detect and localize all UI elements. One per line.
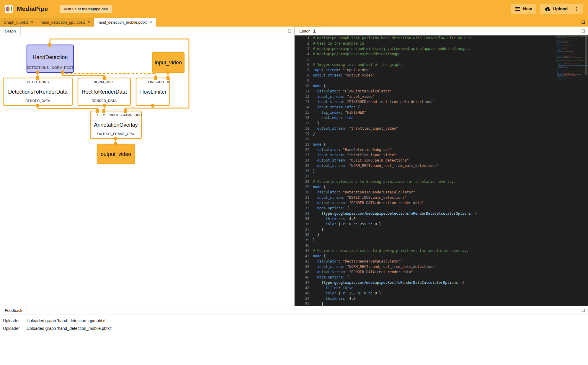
- graph-node-hand-detection[interactable]: HandDetectionDETECTIONSNORM_RECT: [27, 43, 74, 74]
- port-square[interactable]: [114, 142, 117, 146]
- code-line[interactable]: 10node {: [295, 83, 555, 89]
- code-line[interactable]: 37 }: [295, 227, 555, 232]
- graph-node-annotation-overlay[interactable]: AnnotationOverlay12INPUT_FRAME_GPUOUTPUT…: [90, 109, 142, 140]
- code-line[interactable]: 50 thickness: 4.0: [295, 296, 555, 301]
- minimap[interactable]: # MediaPipe graph that performs hand det…: [555, 35, 588, 306]
- code-line[interactable]: 24 output_stream: "DETECTIONS:palm_detec…: [295, 158, 555, 163]
- port-square[interactable]: [36, 104, 39, 107]
- port-square[interactable]: [114, 137, 117, 140]
- upload-menu-icon[interactable]: ⋮: [571, 6, 579, 12]
- port-square[interactable]: [61, 71, 64, 74]
- graph-node-detections-to-render-data[interactable]: DetectionsToRenderDataDETECTIONSRENDER_D…: [3, 76, 72, 107]
- port-square[interactable]: [48, 43, 51, 47]
- code-editor[interactable]: 1# MediaPipe graph that performs hand de…: [295, 35, 588, 306]
- code-line[interactable]: 46 node_options: {: [295, 275, 555, 280]
- code-line[interactable]: 11 calculator: "FlowLimiterCalculator": [295, 89, 555, 94]
- code-line[interactable]: 4# mediapipe/examples/ios/handdetectiong…: [295, 51, 555, 57]
- code-line[interactable]: 28# Converts detections to drawing primi…: [295, 179, 555, 184]
- graph-node-output-video[interactable]: output_video: [97, 142, 135, 164]
- code-line[interactable]: 1# MediaPipe graph that performs hand de…: [295, 35, 555, 41]
- code-line[interactable]: 17 }: [295, 120, 555, 126]
- port-square[interactable]: [36, 76, 39, 80]
- code-line[interactable]: 16 back_edge: true: [295, 115, 555, 120]
- code-line[interactable]: 48 filled: false: [295, 285, 555, 291]
- port-square[interactable]: [154, 76, 157, 80]
- code-line[interactable]: 6# Images coming into and out of the gra…: [295, 62, 555, 67]
- code-line[interactable]: 51 }: [295, 301, 555, 306]
- code-line[interactable]: 41# Converts normalized rects to drawing…: [295, 248, 555, 253]
- code-line[interactable]: 15 tag_index: "FINISHED": [295, 110, 555, 115]
- code-line[interactable]: 13 input_stream: "FINISHED:hand_rect_fro…: [295, 99, 555, 105]
- code-line[interactable]: 5: [295, 57, 555, 62]
- code-line[interactable]: 20: [295, 136, 555, 142]
- close-tab-icon[interactable]: ×: [31, 20, 33, 25]
- expand-graph-icon[interactable]: [288, 29, 291, 33]
- code-line[interactable]: 36 color { r: 0 g: 255 b: 0 }: [295, 221, 555, 227]
- port-label: 2: [103, 113, 105, 117]
- code-line[interactable]: 33 node_options: {: [295, 206, 555, 211]
- code-line[interactable]: 8output_stream: "output_video": [295, 73, 555, 78]
- code-line[interactable]: 31 input_stream: "DETECTIONS:palm_detect…: [295, 195, 555, 200]
- code-line[interactable]: 18 output_stream: "throttled_input_video…: [295, 126, 555, 131]
- code-line[interactable]: 3# mediapipe/examples/android/src/java/c…: [295, 46, 555, 51]
- code-line[interactable]: 26}: [295, 168, 555, 174]
- editor-tab[interactable]: Editor: [295, 27, 321, 35]
- line-number: 21: [295, 142, 309, 147]
- code-line[interactable]: 39}: [295, 237, 555, 243]
- port-square[interactable]: [103, 76, 106, 80]
- port-square[interactable]: [151, 104, 154, 107]
- tab-hand_detection_gpu.pbtxt[interactable]: hand_detection_gpu.pbtxt×: [37, 18, 94, 27]
- port-square[interactable]: [166, 71, 169, 74]
- code-line[interactable]: 49 color { r: 255 g: 0 b: 0 }: [295, 291, 555, 296]
- code-line[interactable]: 19}: [295, 131, 555, 136]
- code-line[interactable]: 38 }: [295, 232, 555, 237]
- download-icon[interactable]: [312, 29, 316, 33]
- port-square[interactable]: [102, 109, 105, 113]
- port-square[interactable]: [36, 71, 39, 74]
- graph-node-input-video[interactable]: input_video: [152, 53, 184, 74]
- port-square[interactable]: [124, 109, 127, 113]
- port-square[interactable]: [166, 76, 169, 80]
- mediapipe-dev-link[interactable]: mediapipe.dev: [82, 7, 108, 11]
- code-line[interactable]: 2# Used in the example in: [295, 41, 555, 46]
- close-tab-icon[interactable]: ×: [150, 20, 152, 25]
- expand-feedback-icon[interactable]: [582, 309, 585, 312]
- code-line[interactable]: 29node {: [295, 184, 555, 190]
- code-line[interactable]: 12 input_stream: "input_video": [295, 94, 555, 99]
- upload-button[interactable]: Upload ⋮: [540, 4, 583, 14]
- code-line[interactable]: 27: [295, 174, 555, 179]
- graph-node-flow-limiter[interactable]: FlowLimiterFINISHED0: [136, 76, 170, 107]
- code-line[interactable]: 9: [295, 78, 555, 83]
- port-square[interactable]: [103, 104, 106, 107]
- new-button[interactable]: New: [511, 4, 536, 14]
- code-line[interactable]: 22 calculator: "HandDetectionSubgraph": [295, 147, 555, 152]
- code-line[interactable]: 25 output_stream: "NORM_RECT:hand_rect_f…: [295, 163, 555, 168]
- code-line[interactable]: 34 [type.googleapis.com/mediapipe.Detect…: [295, 211, 555, 216]
- port-label: 1: [97, 113, 99, 117]
- graph-node-rect-to-render-data[interactable]: RectToRenderDataNORM_RECTRENDER_DATA: [78, 76, 130, 107]
- tab-hand_detection_mobile.pbtxt[interactable]: hand_detection_mobile.pbtxt×: [94, 18, 156, 27]
- feedback-tab[interactable]: Feedback: [0, 306, 27, 315]
- code-line[interactable]: 23 input_stream: "throttled_input_video": [295, 152, 555, 158]
- code-line[interactable]: 32 output_stream: "RENDER_DATA:detection…: [295, 200, 555, 206]
- code-line[interactable]: 40: [295, 243, 555, 248]
- code-line[interactable]: 42node {: [295, 253, 555, 259]
- graph-tab[interactable]: Graph: [0, 27, 21, 35]
- expand-editor-icon[interactable]: [582, 29, 585, 33]
- graph-canvas[interactable]: HandDetectionDETECTIONSNORM_RECTinput_vi…: [0, 35, 294, 306]
- code-area[interactable]: 1# MediaPipe graph that performs hand de…: [295, 35, 555, 306]
- port-square[interactable]: [96, 109, 99, 113]
- code-line[interactable]: 14 input_stream_info: {: [295, 105, 555, 110]
- code-line[interactable]: 43 calculator: "RectToRenderDataCalculat…: [295, 259, 555, 264]
- maximize-icon[interactable]: [582, 20, 585, 24]
- code-line[interactable]: 47 [type.googleapis.com/mediapipe.RectTo…: [295, 280, 555, 285]
- tab-Graph_0.pbtxt[interactable]: Graph_0.pbtxt×: [0, 18, 37, 27]
- code-line[interactable]: 35 thickness: 4.0: [295, 216, 555, 221]
- code-line[interactable]: 21node {: [295, 142, 555, 147]
- code-line[interactable]: 30 calculator: "DetectionsToRenderDataCa…: [295, 190, 555, 195]
- scrollbar-thumb[interactable]: [585, 36, 587, 75]
- code-line[interactable]: 45 output_stream: "RENDER_DATA:rect_rend…: [295, 269, 555, 275]
- code-line[interactable]: 44 input_stream: "NORM_RECT:hand_rect_fr…: [295, 264, 555, 269]
- close-tab-icon[interactable]: ×: [88, 20, 90, 25]
- code-line[interactable]: 7input_stream: "input_video": [295, 67, 555, 73]
